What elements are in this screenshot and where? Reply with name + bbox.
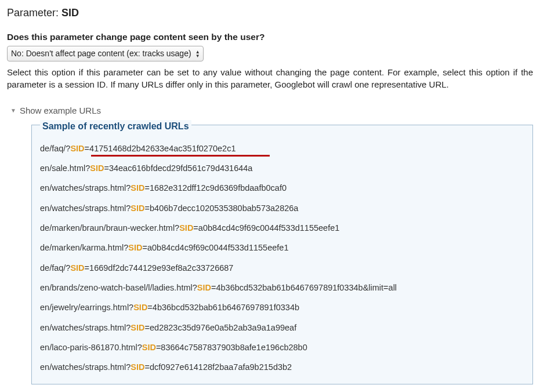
sample-urls-title: Sample of recently crawled URLs [40,120,191,133]
show-example-urls-toggle[interactable]: ▼ Show example URLs [10,104,533,117]
url-prefix: en/watches/straps.html? [40,362,131,372]
url-item: en/watches/straps.html?SID=ed2823c35d976… [40,318,524,337]
triangle-down-icon: ▼ [10,107,16,115]
url-param-key: SID [197,283,211,292]
url-item: de/faq/?SID=41751468d2b42633e4ac351f0270… [40,139,524,158]
url-prefix: en/brands/zeno-watch-basel/l/ladies.html… [40,283,197,292]
url-param-key: SID [70,263,84,273]
url-param-key: SID [133,303,147,312]
url-param-key: SID [142,343,156,352]
parameter-label: Parameter: [7,7,59,19]
url-item: de/faq/?SID=1669df2dc744129e93ef8a2c3372… [40,258,524,278]
url-item: en/laco-paris-861870.html?SID=83664c7587… [40,337,524,357]
parameter-name: SID [61,7,79,19]
url-list: de/faq/?SID=41751468d2b42633e4ac351f0270… [40,139,524,378]
url-prefix: en/laco-paris-861870.html? [40,343,142,352]
url-prefix: de/marken/braun/braun-wecker.html? [40,223,179,233]
url-param-key: SID [131,362,144,372]
url-suffix: =dcf0927e614128f2baa7afa9b215d3b2 [145,362,292,372]
url-suffix: =1682e312dff12c9d6369fbdaafb0caf0 [145,183,287,193]
url-prefix: en/jewelry/earrings.html? [40,303,133,312]
option-description: Select this option if this parameter can… [7,66,533,90]
url-param-key: SID [128,243,142,252]
url-param-key: SID [179,223,193,233]
url-item: en/watches/straps.html?SID=dcf0927e61412… [40,357,524,377]
url-item: en/watches/straps.html?SID=b406b7decc102… [40,198,524,218]
url-param-key: SID [131,204,144,213]
select-arrows-icon: ▲▼ [195,50,200,58]
url-prefix: en/watches/straps.html? [40,183,131,193]
url-item: de/marken/braun/braun-wecker.html?SID=a0… [40,218,524,238]
url-suffix: =4b36bcd532bab61b6467697891f0334b [147,303,299,312]
content-effect-select[interactable]: No: Doesn't affect page content (ex: tra… [7,46,204,62]
url-prefix: de/faq/? [40,263,70,273]
url-suffix: =b406b7decc1020535380bab573a2826a [145,204,299,213]
url-param-key: SID [90,164,104,173]
url-suffix: =4b36bcd532bab61b6467697891f0334b&limit=… [211,283,397,292]
parameter-header: Parameter: SID [7,6,533,20]
url-param-key: SID [70,144,84,153]
url-item: en/brands/zeno-watch-basel/l/ladies.html… [40,278,524,297]
url-prefix: de/faq/? [40,144,70,153]
url-suffix: =ed2823c35d976e0a5b2ab3a9a1a99eaf [145,323,297,332]
url-suffix: =a0b84cd4c9f69c0044f533d1155eefe1 [193,223,339,233]
url-suffix: =1669df2dc744129e93ef8a2c33726687 [85,263,234,273]
url-item: en/watches/straps.html?SID=1682e312dff12… [40,178,524,198]
sample-urls-panel: Sample of recently crawled URLs de/faq/?… [31,125,533,384]
question-label: Does this parameter change page content … [7,31,533,43]
url-prefix: en/sale.html? [40,164,90,173]
url-item: de/marken/karma.html?SID=a0b84cd4c9f69c0… [40,238,524,257]
select-value: No: Doesn't affect page content (ex: tra… [11,49,191,58]
url-prefix: en/watches/straps.html? [40,204,131,213]
url-param-key: SID [131,183,144,193]
highlight-underline [91,155,270,157]
url-param-key: SID [131,323,144,332]
url-suffix: =a0b84cd4c9f69c0044f533d1155eefe1 [142,243,288,252]
toggle-label: Show example URLs [20,104,101,117]
url-suffix: =34eac616bfdecd29fd561c79d431644a [104,164,252,173]
url-item: en/sale.html?SID=34eac616bfdecd29fd561c7… [40,158,524,178]
url-suffix: =41751468d2b42633e4ac351f0270e2c1 [85,144,236,153]
url-suffix: =83664c7587837903b8afe1e196cb28b0 [156,343,307,352]
url-prefix: de/marken/karma.html? [40,243,128,252]
url-item: en/jewelry/earrings.html?SID=4b36bcd532b… [40,297,524,317]
url-prefix: en/watches/straps.html? [40,323,131,332]
